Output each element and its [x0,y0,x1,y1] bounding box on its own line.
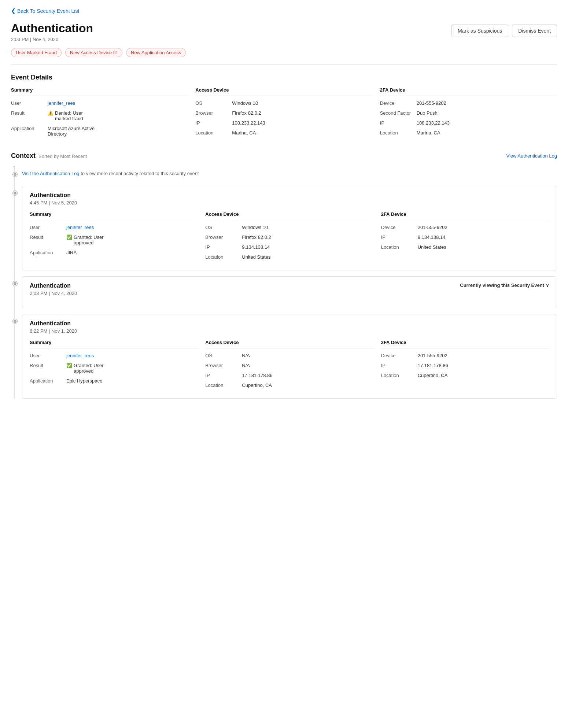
auth-card-3-browser-label: Browser [205,363,242,368]
access-os-row: OS Windows 10 [195,100,372,106]
divider [11,64,557,65]
auth-card-1-twofa-ip-value: 9.134.138.14 [418,234,446,240]
auth-card-1-header: Authentication 4:45 PM | Nov 5, 2020 [30,192,549,206]
summary-application-row: Application Microsoft Azure ActiveDirect… [11,126,188,137]
granted-check-icon-3: ✅ [66,363,72,368]
auth-card-1-summary: Summary User jennifer_rees Result ✅ Gran… [30,211,198,264]
auth-card-3-grid: Summary User jennifer_rees Result ✅ Gran… [30,340,549,392]
denied-icon: ⚠️ [48,110,54,116]
access-location-value: Marina, CA [232,130,256,136]
auth-card-3-browser-row: Browser N/A [205,363,373,368]
twofa-secondfactor-value: Duo Push [417,110,438,116]
summary-application-value: Microsoft Azure ActiveDirectory [48,126,95,137]
summary-result-row: Result ⚠️ Denied: Usermarked fraud [11,110,188,121]
auth-card-3-app-value: Epic Hyperspace [66,378,102,384]
auth-card-3-ip-row: IP 17.181.178.86 [205,373,373,378]
event-details-grid: Summary User jennifer_rees Result ⚠️ Den… [11,87,557,141]
view-authentication-log-link[interactable]: View Authentication Log [506,153,557,159]
granted-text: Granted: Userapproved [74,234,104,245]
auth-card-1-os-value: Windows 10 [242,225,268,230]
auth-card-1-location-value: United States [242,254,270,260]
auth-card-3-location-row: Location Cupertino, CA [205,383,373,388]
twofa-ip-row: IP 108.233.22.143 [380,120,557,126]
current-event-text: Currently viewing this Security Event [460,282,544,288]
access-browser-label: Browser [195,110,232,116]
context-header: Context Sorted by Most Recent View Authe… [11,152,557,160]
auth-card-3-user-label: User [30,353,66,358]
page-title-area: Authentication 2:03 PM | Nov 4, 2020 [11,22,93,42]
auth-card-1-twofa-header: 2FA Device [381,211,549,220]
auth-card-3-user-row: User jennifer_rees [30,353,198,358]
tag-user-marked-fraud: User Marked Fraud [11,48,62,57]
access-browser-row: Browser Firefox 82.0.2 [195,110,372,116]
auth-card-1-twofa-ip-row: IP 9.134.138.14 [381,234,549,240]
back-arrow-icon: ❮ [11,7,16,14]
timeline-event-2: Authentication 2:03 PM | Nov 4, 2020 Cur… [22,276,557,308]
summary-user-label: User [11,100,48,106]
access-ip-label: IP [195,120,232,126]
context-title-group: Context Sorted by Most Recent [11,152,87,160]
summary-user-value[interactable]: jennifer_rees [48,100,75,106]
auth-card-2-title: Authentication [30,282,77,289]
auth-card-1-title: Authentication [30,192,77,199]
access-device-column-header: Access Device [195,87,372,96]
twofa-device-row: Device 201-555-9202 [380,100,557,106]
dismiss-event-button[interactable]: Dismiss Event [512,25,557,37]
summary-user-row: User jennifer_rees [11,100,188,106]
auth-card-3-summary-header: Summary [30,340,198,348]
auth-card-3-twofa-location-label: Location [381,373,418,378]
context-title: Context [11,152,36,160]
auth-card-1-twofa-device-value: 201-555-9202 [418,225,447,230]
timeline-up-arrow-icon: ↑ [12,164,15,171]
twofa-device-column: 2FA Device Device 201-555-9202 Second Fa… [380,87,557,141]
auth-card-1-location-label: Location [205,254,242,260]
auth-card-1-result-value: ✅ Granted: Userapproved [66,234,104,245]
auth-card-1-result-label: Result [30,234,66,240]
auth-card-3-twofa-location-row: Location Cupertino, CA [381,373,549,378]
auth-card-1-twofa-location-label: Location [381,244,418,250]
timeline-inline-link-item: Visit the Authentication Log to view mor… [22,167,557,180]
twofa-secondfactor-row: Second Factor Duo Push [380,110,557,116]
auth-card-3-result-label: Result [30,363,66,368]
auth-card-3-access-header: Access Device [205,340,373,348]
auth-card-3-twofa-ip-row: IP 17.181.178.86 [381,363,549,368]
auth-card-1-user-value[interactable]: jennifer_rees [66,225,94,230]
timeline-dot-0 [13,172,17,177]
twofa-ip-label: IP [380,120,417,126]
auth-card-3-os-row: OS N/A [205,353,373,358]
auth-card-1-ip-value: 9.134.138.14 [242,244,270,250]
auth-card-3-location-value: Cupertino, CA [242,383,272,388]
summary-result-value: ⚠️ Denied: Usermarked fraud [48,110,83,121]
auth-card-1-twofa-device-row: Device 201-555-9202 [381,225,549,230]
auth-card-1-browser-label: Browser [205,234,242,240]
auth-card-1-twofa-ip-label: IP [381,234,418,240]
auth-card-1-user-row: User jennifer_rees [30,225,198,230]
timeline-dot-1 [13,191,17,195]
twofa-device-label: Device [380,100,417,106]
event-details-title: Event Details [11,74,557,81]
auth-card-1-result-row: Result ✅ Granted: Userapproved [30,234,198,245]
auth-card-3-twofa-device-value: 201-555-9202 [418,353,447,358]
auth-card-3-app-row: Application Epic Hyperspace [30,378,198,384]
back-link[interactable]: ❮ Back To Security Event List [11,7,79,14]
context-sort-label: Sorted by Most Recent [38,154,87,159]
auth-card-3-access: Access Device OS N/A Browser N/A IP 17.1… [205,340,373,392]
timeline-inline-text: Visit the Authentication Log to view mor… [22,167,557,180]
tag-new-access-device-ip: New Access Device IP [65,48,122,57]
auth-card-3-twofa-device-row: Device 201-555-9202 [381,353,549,358]
auth-card-3-user-value[interactable]: jennifer_rees [66,353,94,358]
twofa-location-row: Location Marina, CA [380,130,557,136]
auth-card-3-os-value: N/A [242,353,250,358]
auth-card-1: Authentication 4:45 PM | Nov 5, 2020 Sum… [22,186,557,270]
visit-auth-log-link[interactable]: Visit the Authentication Log [22,171,80,176]
granted-check-icon: ✅ [66,234,72,240]
summary-result-label: Result [11,110,48,116]
auth-card-2-header: Authentication 2:03 PM | Nov 4, 2020 Cur… [30,282,549,296]
chevron-down-icon: ∨ [546,282,549,288]
auth-card-3-twofa-location-value: Cupertino, CA [418,373,448,378]
tag-new-application-access: New Application Access [126,48,186,57]
inline-link-suffix: to view more recent activity related to … [81,171,199,176]
twofa-location-label: Location [380,130,417,136]
access-location-label: Location [195,130,232,136]
mark-suspicious-button[interactable]: Mark as Suspicious [451,25,508,37]
